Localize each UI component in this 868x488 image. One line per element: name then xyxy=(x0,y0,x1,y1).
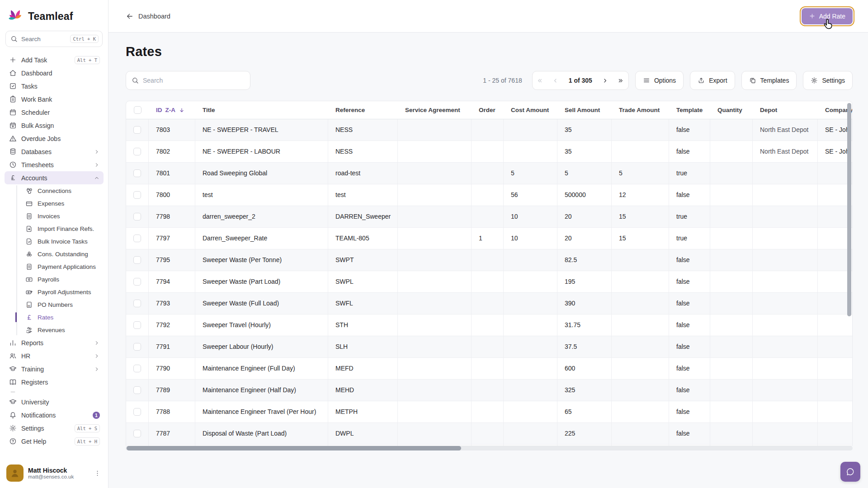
templates-button[interactable]: Templates xyxy=(741,71,797,90)
sidebar-item-bulk-invoice-tasks[interactable]: Bulk Invoice Tasks xyxy=(21,235,104,248)
row-checkbox[interactable] xyxy=(133,256,141,264)
row-checkbox[interactable] xyxy=(133,278,141,286)
last-page-button[interactable] xyxy=(613,71,628,89)
sidebar-item-notifications[interactable]: Notifications1 xyxy=(5,408,104,422)
column-header-reference[interactable]: Reference xyxy=(328,101,398,119)
sidebar-item-partial[interactable] xyxy=(5,389,104,395)
vertical-scrollbar[interactable] xyxy=(847,103,851,316)
sidebar-item-registers[interactable]: Registers xyxy=(5,375,104,389)
sidebar-item-invoices[interactable]: Invoices xyxy=(21,210,104,222)
column-header-service-agreement[interactable]: Service Agreement xyxy=(398,101,472,119)
sidebar-item-payment-applications[interactable]: Payment Applications xyxy=(21,260,104,273)
row-checkbox[interactable] xyxy=(133,386,141,394)
add-rate-button[interactable]: Add Rate xyxy=(802,8,853,24)
table-row[interactable]: 7788Maintenance Engineer Travel (Per Hou… xyxy=(126,401,853,423)
sidebar-search-input[interactable] xyxy=(21,36,66,42)
column-header-depot[interactable]: Depot xyxy=(753,101,818,119)
column-header-order[interactable]: Order xyxy=(472,101,504,119)
sidebar-item-rates[interactable]: Rates xyxy=(21,311,104,324)
sidebar-item-po-numbers[interactable]: 01PO Numbers xyxy=(21,298,104,311)
table-row[interactable]: 7800testtest5650000012false xyxy=(126,184,853,206)
sidebar-item-work-bank[interactable]: Work Bank xyxy=(5,93,104,106)
row-checkbox[interactable] xyxy=(133,430,141,437)
export-button[interactable]: Export xyxy=(690,71,735,90)
sidebar-item-hr[interactable]: HR xyxy=(5,349,104,362)
table-row[interactable]: 7795Sweeper Waste (Per Tonne)SWPT82.5fal… xyxy=(126,249,853,271)
sidebar-item-import-finance-refs-[interactable]: Import Finance Refs. xyxy=(21,222,104,235)
row-checkbox[interactable] xyxy=(133,191,141,199)
sidebar-item-scheduler[interactable]: Scheduler xyxy=(5,106,104,119)
previous-page-button[interactable] xyxy=(548,71,563,89)
table-row[interactable]: 7792Sweeper Travel (Hourly)STH31.75false xyxy=(126,314,853,336)
options-button[interactable]: Options xyxy=(635,71,684,90)
sidebar-item-overdue-jobs[interactable]: Overdue Jobs xyxy=(5,132,104,145)
table-row[interactable]: 7791Sweeper Labour (Hourly)SLH37.5false xyxy=(126,336,853,358)
cell-cost_amount: 5 xyxy=(504,163,557,184)
row-checkbox[interactable] xyxy=(133,365,141,372)
table-row[interactable]: 7794Sweeper Waste (Part Load)SWPL195fals… xyxy=(126,271,853,293)
column-header-cost-amount[interactable]: Cost Amount xyxy=(504,101,557,119)
table-row[interactable]: 7801Road Sweeping Globalroad-test555true xyxy=(126,163,853,184)
table-search-input[interactable] xyxy=(143,77,245,84)
sidebar-item-get-help[interactable]: Get HelpAlt + H xyxy=(5,435,104,448)
column-header-sell-amount[interactable]: Sell Amount xyxy=(557,101,612,119)
sidebar-item-databases[interactable]: Databases xyxy=(5,145,104,158)
sidebar-item-expenses[interactable]: Expenses xyxy=(21,197,104,210)
sidebar-item-settings[interactable]: SettingsAlt + S xyxy=(5,422,104,435)
sidebar-item-payrolls[interactable]: Payrolls xyxy=(21,273,104,286)
row-checkbox[interactable] xyxy=(133,321,141,329)
sidebar-item-revenues[interactable]: Revenues xyxy=(21,324,104,336)
sidebar-item-dashboard[interactable]: Dashboard xyxy=(5,66,104,80)
sidebar-item-payroll-adjustments[interactable]: Payroll Adjustments xyxy=(21,286,104,298)
sidebar-item-connections[interactable]: Connections xyxy=(21,184,104,197)
arrow-left-icon xyxy=(126,12,134,20)
sidebar-item-reports[interactable]: Reports xyxy=(5,336,104,349)
table-row[interactable]: 7798darren_sweeper_2DARREN_Sweeper102015… xyxy=(126,206,853,228)
sidebar-item-training[interactable]: Training xyxy=(5,362,104,375)
column-header-title[interactable]: Title xyxy=(195,101,328,119)
user-card[interactable]: Matt Hiscock matt@senses.co.uk xyxy=(0,460,108,483)
sidebar-item-university[interactable]: University xyxy=(5,395,104,408)
sidebar-item-add-task[interactable]: Add TaskAlt + T xyxy=(5,53,104,66)
row-checkbox[interactable] xyxy=(133,213,141,221)
cell-order xyxy=(472,206,504,227)
row-checkbox[interactable] xyxy=(133,408,141,416)
table-settings-button[interactable]: Settings xyxy=(803,71,853,90)
cell-order xyxy=(472,163,504,184)
sidebar-item-accounts[interactable]: Accounts xyxy=(5,171,104,184)
row-checkbox[interactable] xyxy=(133,235,141,242)
sidebar-item-label: Reports xyxy=(21,339,89,347)
row-checkbox[interactable] xyxy=(133,169,141,177)
sidebar-item-timesheets[interactable]: Timesheets xyxy=(5,158,104,171)
column-header-trade-amount[interactable]: Trade Amount xyxy=(612,101,669,119)
user-menu-button[interactable] xyxy=(93,467,102,479)
table-row[interactable]: 7793Sweeper Waste (Full Load)SWFL390fals… xyxy=(126,293,853,314)
table-row[interactable]: 7789Maintenance Engineer (Half Day)MEHD3… xyxy=(126,380,853,401)
row-checkbox[interactable] xyxy=(133,126,141,134)
sidebar-item-cons-outstanding[interactable]: Cons. Outstanding xyxy=(21,248,104,260)
column-header-template[interactable]: Template xyxy=(669,101,710,119)
horizontal-scrollbar-track[interactable] xyxy=(126,446,853,450)
table-row[interactable]: 7790Maintenance Engineer (Full Day)MEFD6… xyxy=(126,358,853,380)
row-checkbox[interactable] xyxy=(133,300,141,307)
cell-depot xyxy=(753,228,818,249)
cell-trade_amount xyxy=(612,293,669,314)
table-row[interactable]: 7803NE - SWEEPER - TRAVELNESS35falseNort… xyxy=(126,119,853,141)
next-page-button[interactable] xyxy=(598,71,613,89)
table-row[interactable]: 7802NE - SWEEPER - LABOURNESS35falseNort… xyxy=(126,141,853,163)
sidebar-search[interactable]: Ctrl + K xyxy=(5,31,103,47)
back-to-dashboard[interactable]: Dashboard xyxy=(126,12,170,20)
sidebar-item-tasks[interactable]: Tasks xyxy=(5,80,104,93)
chat-button[interactable] xyxy=(840,462,860,482)
row-checkbox[interactable] xyxy=(133,148,141,155)
column-header-quantity[interactable]: Quantity xyxy=(710,101,753,119)
first-page-button[interactable] xyxy=(533,71,548,89)
table-row[interactable]: 7797Darren_Sweeper_RateTEAML-8051102015t… xyxy=(126,228,853,249)
row-checkbox[interactable] xyxy=(133,343,141,351)
sidebar-item-bulk-assign[interactable]: Bulk Assign xyxy=(5,119,104,132)
table-search[interactable] xyxy=(126,71,250,90)
select-all-checkbox[interactable] xyxy=(134,106,142,114)
column-header-id[interactable]: IDZ-A xyxy=(149,101,195,119)
horizontal-scrollbar-thumb[interactable] xyxy=(127,446,461,450)
table-row[interactable]: 7787Disposal of Waste (Part Load)DWPL225… xyxy=(126,423,853,445)
